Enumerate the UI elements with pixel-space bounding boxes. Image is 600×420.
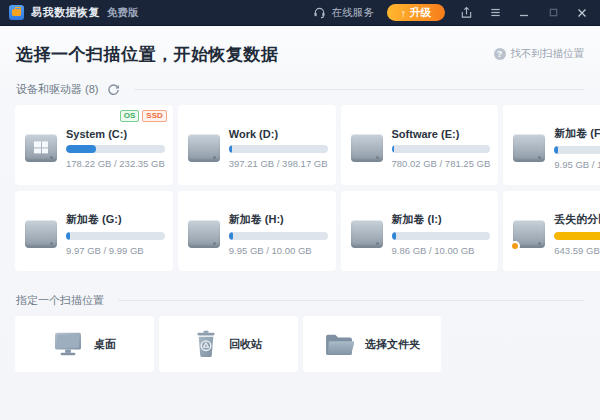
drive-card[interactable]: 新加卷 (H:) 9.95 GB / 10.00 GB — [178, 191, 336, 271]
section-divider — [134, 89, 585, 90]
drive-icon — [25, 220, 57, 248]
help-link-label: 找不到扫描位置 — [511, 47, 585, 61]
minimize-button[interactable] — [516, 5, 532, 21]
drive-usage-bar — [554, 146, 600, 154]
location-grid: 桌面 回收站 选择文件夹 — [15, 316, 585, 372]
drive-info: 新加卷 (H:) 9.95 GB / 10.00 GB — [229, 212, 328, 256]
headset-icon — [312, 5, 328, 21]
titlebar-right: 在线服务 ↑ 升级 — [312, 4, 590, 21]
drive-info: Work (D:) 397.21 GB / 398.17 GB — [229, 128, 328, 169]
ssd-badge: SSD — [142, 110, 166, 122]
drive-info: 丢失的分区- 1 643.59 GB — [554, 212, 600, 256]
location-label: 桌面 — [94, 337, 116, 352]
upgrade-button[interactable]: ↑ 升级 — [387, 4, 445, 21]
location-card[interactable]: 桌面 — [15, 316, 154, 372]
drive-info: System (C:) 178.22 GB / 232.35 GB — [66, 128, 165, 169]
drive-card[interactable]: Software (E:) 780.02 GB / 781.25 GB — [341, 105, 499, 185]
drive-capacity: 9.95 GB / 10.00 GB — [229, 245, 328, 256]
drive-name: System (C:) — [66, 128, 165, 140]
drive-usage-bar — [229, 232, 328, 240]
drive-info: Software (E:) 780.02 GB / 781.25 GB — [392, 128, 491, 169]
drive-info: 新加卷 (G:) 9.97 GB / 9.99 GB — [66, 212, 165, 256]
drive-card[interactable]: 新加卷 (G:) 9.97 GB / 9.99 GB — [15, 191, 173, 271]
app-logo-icon — [9, 5, 24, 20]
drive-capacity: 178.22 GB / 232.35 GB — [66, 158, 165, 169]
upgrade-label: 升级 — [410, 6, 431, 20]
edition-label: 免费版 — [107, 6, 139, 20]
drive-icon — [188, 134, 220, 162]
locations-section-label: 指定一个扫描位置 — [16, 293, 104, 308]
share-icon[interactable] — [458, 5, 474, 21]
drive-icon — [351, 220, 383, 248]
drive-capacity: 780.02 GB / 781.25 GB — [392, 158, 491, 169]
help-link[interactable]: ? 找不到扫描位置 — [494, 47, 585, 61]
drive-capacity: 9.97 GB / 9.99 GB — [66, 245, 165, 256]
windows-drive-icon — [25, 134, 57, 162]
desktop-icon — [53, 331, 83, 357]
titlebar-left: 易我数据恢复 免费版 — [9, 5, 139, 20]
drive-icon — [188, 220, 220, 248]
drive-name: Work (D:) — [229, 128, 328, 140]
drive-name: 新加卷 (F:) — [554, 126, 600, 141]
drive-name: 新加卷 (H:) — [229, 212, 328, 227]
drive-usage-bar — [392, 232, 491, 240]
drive-info: 新加卷 (F:) 9.95 GB / 10.00 GB — [554, 126, 600, 170]
drive-grid: OSSSD System (C:) 178.22 GB / 232.35 GB … — [15, 105, 585, 271]
drive-usage-bar — [66, 232, 165, 240]
maximize-button[interactable] — [545, 5, 561, 21]
drive-card[interactable]: 丢失的分区- 1 643.59 GB — [503, 191, 600, 271]
recycle-bin-icon — [194, 330, 218, 358]
drive-usage-bar — [229, 145, 328, 153]
os-badge: OS — [120, 110, 140, 122]
drive-name: 新加卷 (I:) — [392, 212, 491, 227]
drive-capacity: 643.59 GB — [554, 245, 600, 256]
location-card[interactable]: 回收站 — [159, 316, 298, 372]
drive-card[interactable]: 新加卷 (F:) 9.95 GB / 10.00 GB — [503, 105, 600, 185]
drive-usage-bar — [554, 232, 600, 240]
close-button[interactable] — [574, 5, 590, 21]
titlebar: 易我数据恢复 免费版 在线服务 ↑ 升级 — [0, 0, 600, 26]
page-header: 选择一个扫描位置，开始恢复数据 ? 找不到扫描位置 — [0, 26, 600, 78]
lost-partition-drive-icon — [513, 220, 545, 248]
windows-logo-icon — [34, 141, 48, 153]
app-window: 易我数据恢复 免费版 在线服务 ↑ 升级 — [0, 0, 600, 420]
refresh-icon[interactable] — [107, 83, 120, 96]
menu-icon[interactable] — [487, 5, 503, 21]
drive-card[interactable]: OSSSD System (C:) 178.22 GB / 232.35 GB — [15, 105, 173, 185]
page-title: 选择一个扫描位置，开始恢复数据 — [16, 43, 279, 66]
drive-icon — [351, 134, 383, 162]
up-arrow-icon: ↑ — [401, 7, 406, 19]
drive-card[interactable]: Work (D:) 397.21 GB / 398.17 GB — [178, 105, 336, 185]
drive-capacity: 397.21 GB / 398.17 GB — [229, 158, 328, 169]
devices-section-label: 设备和驱动器 (8) — [16, 82, 99, 97]
main-content: 选择一个扫描位置，开始恢复数据 ? 找不到扫描位置 设备和驱动器 (8) OSS… — [0, 26, 600, 420]
drive-name: 新加卷 (G:) — [66, 212, 165, 227]
drive-icon — [513, 134, 545, 162]
drive-capacity: 9.86 GB / 10.00 GB — [392, 245, 491, 256]
drive-card[interactable]: 新加卷 (I:) 9.86 GB / 10.00 GB — [341, 191, 499, 271]
section-divider — [118, 300, 584, 301]
location-label: 回收站 — [229, 337, 262, 352]
drive-name: 丢失的分区- 1 — [554, 212, 600, 227]
online-service-label: 在线服务 — [332, 6, 374, 20]
drive-info: 新加卷 (I:) 9.86 GB / 10.00 GB — [392, 212, 491, 256]
drive-usage-bar — [66, 145, 165, 153]
drive-capacity: 9.95 GB / 10.00 GB — [554, 159, 600, 170]
online-service-button[interactable]: 在线服务 — [312, 5, 374, 21]
folder-icon — [324, 332, 354, 356]
lost-partition-dot-icon — [510, 241, 520, 251]
app-title: 易我数据恢复 — [31, 5, 100, 20]
drive-badges: OSSSD — [120, 110, 167, 122]
location-label: 选择文件夹 — [365, 337, 420, 352]
question-icon: ? — [494, 48, 506, 60]
drive-name: Software (E:) — [392, 128, 491, 140]
drive-usage-bar — [392, 145, 491, 153]
devices-section-header: 设备和驱动器 (8) — [16, 82, 584, 97]
locations-section-header: 指定一个扫描位置 — [16, 293, 584, 308]
location-card[interactable]: 选择文件夹 — [303, 316, 442, 372]
